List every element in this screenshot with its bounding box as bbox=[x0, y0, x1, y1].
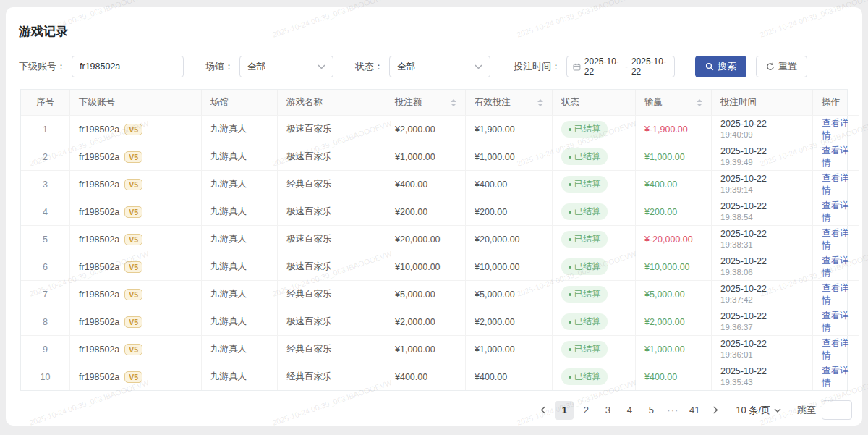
row-valid-bet: ¥1,900.00 bbox=[466, 115, 553, 143]
table-row: 5 fr198502aV5 九游真人 极速百家乐 ¥20,000.00 ¥20,… bbox=[21, 225, 847, 253]
row-game: 极速百家乐 bbox=[278, 143, 386, 170]
row-valid-bet: ¥2,000.00 bbox=[466, 308, 553, 335]
row-valid-bet: ¥5,000.00 bbox=[466, 280, 553, 308]
view-details-link[interactable]: 查看详情 bbox=[822, 145, 851, 169]
row-bet-time: 2025-10-2219:37:42 bbox=[712, 280, 813, 308]
status-badge: 已结算 bbox=[561, 121, 608, 138]
row-index: 2 bbox=[21, 143, 70, 170]
col-valid-bet-label: 有效投注 bbox=[475, 96, 511, 109]
row-account: fr198502aV5 bbox=[70, 280, 202, 308]
page-button[interactable]: 5 bbox=[642, 401, 660, 420]
chevron-down-icon bbox=[318, 64, 326, 69]
row-index: 9 bbox=[21, 335, 70, 363]
row-bet-time: 2025-10-2219:38:31 bbox=[712, 225, 813, 253]
reset-icon bbox=[766, 62, 775, 71]
venue-select[interactable]: 全部 bbox=[239, 56, 333, 77]
row-bet-amount: ¥200.00 bbox=[386, 198, 466, 225]
row-bet-time: 2025-10-2219:36:01 bbox=[712, 335, 813, 363]
row-index: 8 bbox=[21, 308, 70, 335]
sort-icon[interactable] bbox=[697, 99, 702, 106]
search-button[interactable]: 搜索 bbox=[695, 56, 746, 77]
row-bet-time: 2025-10-2219:38:54 bbox=[712, 198, 813, 225]
row-account: fr198502aV5 bbox=[70, 143, 202, 170]
row-game: 极速百家乐 bbox=[278, 115, 386, 143]
table-header-row: 序号 下级账号 场馆 游戏名称 投注额 有效投注 状态 输赢 投注时间 bbox=[21, 90, 847, 115]
row-game: 极速百家乐 bbox=[278, 198, 386, 225]
row-valid-bet: ¥1,000.00 bbox=[466, 143, 553, 170]
row-game: 经典百家乐 bbox=[278, 170, 386, 198]
row-winloss: ¥200.00 bbox=[636, 198, 712, 225]
filter-bar: 下级账号： 场馆： 全部 状态： 全部 投注时间： bbox=[14, 56, 854, 77]
view-details-link[interactable]: 查看详情 bbox=[822, 255, 851, 279]
row-winloss: ¥400.00 bbox=[636, 170, 712, 198]
page-button[interactable]: 1 bbox=[555, 401, 574, 420]
page-button[interactable]: 3 bbox=[598, 401, 617, 420]
view-details-link[interactable]: 查看详情 bbox=[822, 117, 851, 142]
status-dot-icon bbox=[569, 128, 571, 131]
view-details-link[interactable]: 查看详情 bbox=[822, 282, 851, 307]
row-winloss: ¥400.00 bbox=[636, 363, 712, 390]
sort-icon[interactable] bbox=[451, 99, 456, 106]
row-winloss: ¥2,000.00 bbox=[636, 308, 712, 335]
page-button[interactable]: 41 bbox=[685, 401, 704, 420]
row-index: 10 bbox=[21, 363, 70, 390]
account-label: 下级账号： bbox=[19, 60, 66, 73]
bet-time-filter: 投注时间： 2025-10-22 - 2025-10-22 bbox=[514, 56, 675, 77]
table-row: 2 fr198502aV5 九游真人 极速百家乐 ¥1,000.00 ¥1,00… bbox=[21, 143, 847, 170]
next-page-icon[interactable] bbox=[707, 401, 724, 420]
view-details-link[interactable]: 查看详情 bbox=[822, 337, 851, 362]
status-dot-icon bbox=[569, 183, 571, 186]
row-winloss: ¥-20,000.00 bbox=[636, 225, 712, 253]
reset-button[interactable]: 重置 bbox=[756, 56, 807, 77]
page-button[interactable]: 4 bbox=[620, 401, 639, 420]
chevron-down-icon bbox=[475, 64, 482, 69]
table-row: 6 fr198502aV5 九游真人 极速百家乐 ¥10,000.00 ¥10,… bbox=[21, 253, 847, 280]
row-venue: 九游真人 bbox=[202, 335, 278, 363]
table-row: 8 fr198502aV5 九游真人 极速百家乐 ¥2,000.00 ¥2,00… bbox=[21, 308, 847, 335]
row-bet-time: 2025-10-2219:40:09 bbox=[712, 115, 813, 143]
reset-button-label: 重置 bbox=[778, 60, 797, 73]
account-input[interactable] bbox=[72, 56, 184, 77]
page-button[interactable]: 2 bbox=[576, 401, 595, 420]
game-records-panel: 游戏记录 下级账号： 场馆： 全部 状态： 全部 bbox=[6, 7, 862, 426]
status-filter: 状态： 全部 bbox=[355, 56, 490, 77]
row-game: 极速百家乐 bbox=[278, 253, 386, 280]
status-badge: 已结算 bbox=[561, 231, 608, 248]
row-valid-bet: ¥20,000.00 bbox=[466, 225, 553, 253]
date-separator: - bbox=[625, 62, 628, 72]
view-details-link[interactable]: 查看详情 bbox=[822, 200, 851, 224]
row-status: 已结算 bbox=[553, 363, 636, 390]
row-winloss: ¥-1,900.00 bbox=[636, 115, 712, 143]
vip-level-badge: V5 bbox=[124, 151, 142, 163]
col-valid-bet: 有效投注 bbox=[466, 90, 553, 115]
view-details-link[interactable]: 查看详情 bbox=[822, 172, 851, 197]
row-bet-amount: ¥5,000.00 bbox=[386, 280, 466, 308]
row-winloss: ¥1,000.00 bbox=[636, 143, 712, 170]
status-badge: 已结算 bbox=[561, 286, 608, 303]
row-status: 已结算 bbox=[553, 335, 636, 363]
row-venue: 九游真人 bbox=[202, 225, 278, 253]
prev-page-icon[interactable] bbox=[535, 401, 552, 420]
view-details-link[interactable]: 查看详情 bbox=[822, 310, 851, 334]
view-details-link[interactable]: 查看详情 bbox=[822, 365, 851, 389]
row-status: 已结算 bbox=[553, 253, 636, 280]
status-dot-icon bbox=[569, 376, 571, 379]
row-venue: 九游真人 bbox=[202, 253, 278, 280]
row-action: 查看详情 bbox=[813, 308, 859, 335]
status-dot-icon bbox=[569, 266, 571, 269]
row-valid-bet: ¥400.00 bbox=[466, 170, 553, 198]
jump-to-label: 跳至 bbox=[797, 404, 816, 417]
view-details-link[interactable]: 查看详情 bbox=[822, 227, 851, 252]
account-filter: 下级账号： bbox=[19, 56, 184, 77]
status-select[interactable]: 全部 bbox=[389, 56, 490, 77]
status-badge: 已结算 bbox=[561, 203, 608, 220]
page-size-select[interactable]: 10 条/页 bbox=[736, 404, 781, 417]
status-dot-icon bbox=[569, 211, 571, 214]
sort-icon[interactable] bbox=[537, 99, 543, 106]
date-range-picker[interactable]: 2025-10-22 - 2025-10-22 bbox=[566, 56, 675, 77]
col-winloss: 输赢 bbox=[636, 90, 712, 115]
jump-to-input[interactable] bbox=[822, 400, 852, 420]
row-bet-time: 2025-10-2219:35:43 bbox=[712, 363, 813, 390]
row-bet-time: 2025-10-2219:39:49 bbox=[712, 143, 813, 170]
row-game: 极速百家乐 bbox=[278, 225, 386, 253]
